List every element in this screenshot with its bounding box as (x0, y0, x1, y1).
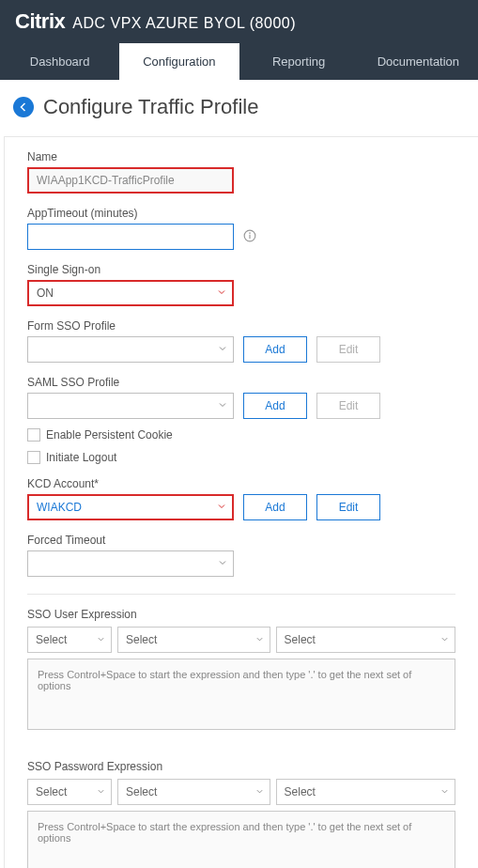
app-timeout-input[interactable] (27, 224, 234, 250)
name-label: Name (27, 150, 455, 163)
page-title: Configure Traffic Profile (43, 95, 258, 119)
field-saml-sso: SAML SSO Profile Add Edit (27, 376, 455, 419)
chevron-down-icon (440, 785, 449, 798)
app-header: Citrix ADC VPX AZURE BYOL (8000) (0, 0, 478, 43)
tab-reporting[interactable]: Reporting (239, 43, 359, 80)
persistent-cookie-label: Enable Persistent Cookie (46, 428, 173, 442)
sso-pass-select-3[interactable]: Select (276, 779, 455, 805)
initiate-logout-label: Initiate Logout (46, 451, 116, 464)
field-app-timeout: AppTimeout (minutes) (27, 207, 455, 250)
arrow-left-icon (18, 101, 29, 113)
persistent-cookie-row: Enable Persistent Cookie (27, 428, 455, 442)
sso-label: Single Sign-on (27, 263, 455, 276)
sso-pass-select-2[interactable]: Select (117, 779, 270, 805)
field-sso: Single Sign-on ON (27, 263, 455, 306)
persistent-cookie-checkbox[interactable] (27, 428, 40, 442)
kcd-select[interactable]: WIAKCD (27, 494, 234, 520)
field-kcd: KCD Account* WIAKCD Add Edit (27, 477, 455, 520)
tab-documentation[interactable]: Documentation (359, 43, 478, 80)
chevron-down-icon (255, 785, 264, 798)
product-name: ADC VPX AZURE BYOL (8000) (72, 15, 296, 32)
form-sso-label: Form SSO Profile (27, 319, 455, 333)
sso-pass-label: SSO Password Expression (27, 760, 455, 773)
field-name: Name (27, 150, 455, 194)
chevron-down-icon (97, 633, 105, 646)
main-tabs: Dashboard Configuration Reporting Docume… (0, 43, 478, 80)
back-button[interactable] (13, 97, 34, 117)
sso-user-select-3[interactable]: Select (276, 627, 455, 653)
forced-timeout-select[interactable] (27, 550, 234, 577)
field-forced-timeout: Forced Timeout (27, 534, 455, 577)
saml-sso-label: SAML SSO Profile (27, 376, 455, 389)
info-icon[interactable] (243, 229, 256, 245)
initiate-logout-row: Initiate Logout (27, 451, 455, 464)
sso-pass-hint[interactable]: Press Control+Space to start the express… (27, 811, 455, 868)
saml-sso-edit-button: Edit (316, 393, 380, 419)
chevron-down-icon (255, 633, 264, 646)
sso-user-hint[interactable]: Press Control+Space to start the express… (27, 659, 455, 730)
chevron-down-icon (218, 557, 227, 570)
initiate-logout-checkbox[interactable] (27, 451, 40, 464)
form-sso-add-button[interactable]: Add (243, 336, 307, 363)
form-sso-select[interactable] (27, 336, 234, 363)
tab-configuration[interactable]: Configuration (119, 43, 239, 80)
chevron-down-icon (218, 399, 227, 412)
chevron-down-icon (218, 343, 227, 356)
name-input[interactable] (27, 167, 234, 194)
chevron-down-icon (217, 287, 226, 300)
field-form-sso: Form SSO Profile Add Edit (27, 319, 455, 363)
sso-value: ON (37, 287, 54, 300)
kcd-add-button[interactable]: Add (243, 494, 307, 520)
kcd-label: KCD Account* (27, 477, 455, 490)
chevron-down-icon (97, 785, 105, 798)
sso-user-select-2[interactable]: Select (117, 627, 270, 653)
kcd-edit-button[interactable]: Edit (316, 494, 380, 520)
sso-pass-select-1[interactable]: Select (27, 779, 112, 805)
saml-sso-add-button[interactable]: Add (243, 393, 307, 419)
sso-user-section: SSO User Expression Select Select Select… (27, 594, 455, 730)
sso-select[interactable]: ON (27, 280, 234, 306)
chevron-down-icon (440, 633, 449, 646)
page-title-row: Configure Traffic Profile (0, 80, 478, 136)
sso-user-label: SSO User Expression (27, 608, 455, 621)
saml-sso-select[interactable] (27, 393, 234, 419)
forced-timeout-label: Forced Timeout (27, 534, 455, 547)
kcd-value: WIAKCD (37, 501, 82, 514)
form-sso-edit-button: Edit (316, 336, 380, 363)
form-content: Name AppTimeout (minutes) Single Sign-on… (4, 136, 478, 868)
app-timeout-label: AppTimeout (minutes) (27, 207, 455, 220)
brand-name: Citrix (15, 9, 65, 34)
sso-pass-section: SSO Password Expression Select Select Se… (27, 747, 455, 868)
svg-point-2 (250, 232, 251, 233)
sso-user-select-1[interactable]: Select (27, 627, 112, 653)
tab-dashboard[interactable]: Dashboard (0, 43, 119, 80)
chevron-down-icon (217, 501, 226, 514)
